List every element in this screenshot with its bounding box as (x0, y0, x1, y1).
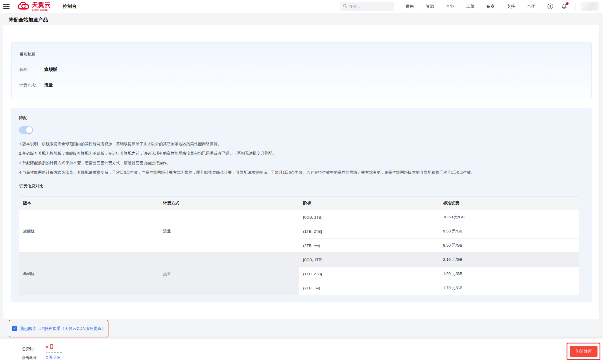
header-nav: 费用资源企业工单备案支持合作 (405, 4, 547, 9)
comparison-title: 资费信息对比 (19, 184, 592, 189)
price-cell: 2.10 元/GB (439, 253, 579, 267)
tier-cell: [0GB, 1TB] (299, 210, 439, 224)
nav-item-2[interactable]: 企业 (446, 4, 454, 9)
agreement-checkbox[interactable]: ✓ (12, 326, 17, 331)
nav-item-1[interactable]: 资源 (426, 4, 434, 9)
price-cell: 8.50 元/GB (439, 239, 579, 253)
search-icon (343, 4, 347, 9)
nav-item-5[interactable]: 支持 (507, 4, 515, 9)
console-label[interactable]: 控制台 (63, 3, 77, 10)
version-cell: 基础版 (19, 253, 159, 295)
tier-cell: (2TB, +∞) (299, 239, 439, 253)
table-row: 旗舰版流量[0GB, 1TB]10.50 元/GB (19, 210, 579, 224)
tier-cell: (1TB, 2TB] (299, 224, 439, 239)
brand-name: 天翼云 (32, 2, 51, 8)
config-field-row: 版本: 旗舰版 (19, 67, 584, 72)
col-header-price: 标准资费 (439, 197, 579, 210)
billing-cell: 流量 (159, 253, 299, 295)
price-cell: 1.70 元/GB (439, 281, 579, 295)
nav-item-6[interactable]: 合作 (527, 4, 535, 9)
config-field-label: 计费方式: (19, 83, 44, 88)
click-here-hint: 点击此处 (22, 355, 37, 361)
agreement-label[interactable]: 我已阅读，理解并接受《天翼云CDN服务协议》 (20, 326, 106, 331)
fee-dashed-underline (46, 352, 62, 353)
price-cell: 9.50 元/GB (439, 224, 579, 239)
brand-subtitle: State Cloud (32, 8, 51, 11)
nav-item-3[interactable]: 工单 (466, 4, 475, 9)
tier-cell: (1TB, 2TB] (299, 267, 439, 281)
search-input[interactable] (349, 4, 390, 9)
help-icon[interactable]: ? (547, 3, 554, 10)
config-field-value: 流量 (44, 82, 53, 88)
version-cell: 旗舰版 (19, 210, 159, 253)
main-card: 当前配置 版本: 旗舰版 计费方式: 流量 降配 1.版本说明：旗舰版提供全球范… (3, 25, 600, 319)
note-item: 4.当高性能网络计费方式为流量，升降配请求提交后，于次日0点生效；当高性能网络计… (19, 168, 592, 177)
downgrade-toggle[interactable] (19, 126, 33, 134)
view-detail-link[interactable]: 查看明细 (45, 355, 60, 360)
table-row: 基础版流量[0GB, 1TB]2.10 元/GB (19, 253, 579, 267)
page-title: 降配全站加速产品 (9, 16, 48, 23)
currency-symbol: ¥ (46, 345, 48, 350)
top-bar: 天翼云 State Cloud 控制台 费用资源企业工单备案支持合作 ? (0, 0, 603, 13)
nav-item-4[interactable]: 备案 (486, 4, 495, 9)
config-field-value: 旗舰版 (44, 67, 57, 72)
header-divider (576, 3, 576, 10)
notification-dot (566, 2, 569, 5)
cloud-logo-icon (17, 1, 30, 12)
pricing-table-body: 旗舰版流量[0GB, 1TB]10.50 元/GB(1TB, 2TB]9.50 … (19, 210, 579, 295)
col-header-version: 版本 (19, 197, 159, 210)
price-cell: 1.90 元/GB (439, 267, 579, 281)
note-item: 3.升配降配前后的计费方式保持不变，若需要变更计费方式，请通过变更页面进行操作。 (19, 158, 592, 168)
brand-logo[interactable]: 天翼云 State Cloud (17, 1, 51, 12)
downgrade-title: 降配 (19, 115, 592, 121)
col-header-billing: 计费方式 (159, 197, 299, 210)
current-config-title: 当前配置 (19, 51, 584, 57)
downgrade-panel: 降配 1.版本说明：旗舰版提供全球范围内的高性能网络资源，基础版提供除了亚太以外… (11, 108, 592, 302)
hamburger-menu-icon[interactable] (3, 4, 10, 9)
pricing-table: 版本 计费方式 阶梯 标准资费 旗舰版流量[0GB, 1TB]10.50 元/G… (19, 196, 579, 295)
toggle-knob (26, 127, 32, 133)
downgrade-now-button[interactable]: 立即降配 (570, 346, 598, 357)
note-item: 1.版本说明：旗舰版提供全球范围内的高性能网络资源，基础版提供除了亚太以外的其它… (19, 139, 592, 149)
header-divider (57, 3, 57, 10)
note-item: 2.基础版可升配为旗舰版，旗舰版可降配为基础版，在进行升降配之前，请确认现有的高… (19, 149, 592, 158)
price-cell: 10.50 元/GB (439, 210, 579, 224)
check-icon: ✓ (13, 326, 16, 330)
current-config-card: 当前配置 版本: 旗舰版 计费方式: 流量 (11, 42, 592, 99)
notes-list: 1.版本说明：旗舰版提供全球范围内的高性能网络资源，基础版提供除了亚太以外的其它… (19, 139, 592, 177)
billing-cell: 流量 (159, 210, 299, 253)
search-box[interactable] (340, 2, 394, 11)
agreement-highlight-box: ✓ 我已阅读，理解并接受《天翼云CDN服务协议》 (9, 320, 108, 337)
user-avatar[interactable] (581, 2, 599, 11)
console-page: 天翼云 State Cloud 控制台 费用资源企业工单备案支持合作 ? (0, 0, 603, 364)
bottom-bar: 总费用 ¥0 点击此处 查看明细 立即降配 (0, 338, 603, 364)
config-field-row: 计费方式: 流量 (19, 82, 584, 88)
bell-icon[interactable] (561, 3, 567, 10)
tier-cell: [0GB, 1TB] (299, 253, 439, 267)
tier-cell: (2TB, +∞) (299, 281, 439, 295)
col-header-tier: 阶梯 (299, 197, 439, 210)
config-field-label: 版本: (19, 67, 44, 72)
nav-item-0[interactable]: 费用 (405, 4, 414, 9)
total-fee-label: 总费用 (22, 346, 34, 352)
svg-text:?: ? (549, 5, 551, 9)
total-fee-value: ¥0 (46, 343, 54, 351)
